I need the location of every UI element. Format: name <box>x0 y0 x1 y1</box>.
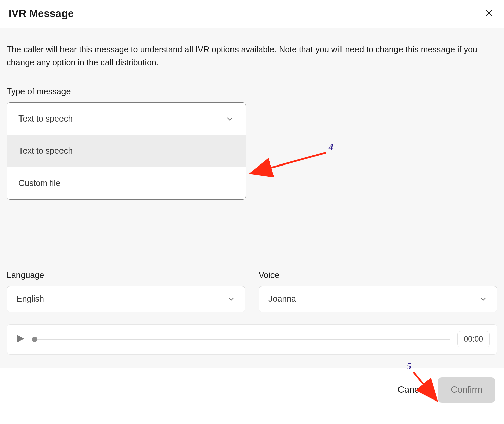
confirm-button[interactable]: Confirm <box>438 377 495 403</box>
type-option-label: Custom file <box>18 178 60 188</box>
time-display: 00:00 <box>457 331 490 347</box>
play-icon <box>14 333 26 344</box>
close-icon <box>484 8 494 18</box>
seek-track[interactable] <box>33 338 450 341</box>
seek-track-line <box>33 339 450 340</box>
voice-select[interactable]: Joanna <box>259 286 497 312</box>
language-select[interactable]: English <box>7 286 245 312</box>
cancel-button[interactable]: Cancel <box>397 385 426 395</box>
language-value: English <box>16 294 44 304</box>
type-of-message-label: Type of message <box>7 87 497 96</box>
type-option-label: Text to speech <box>18 146 73 156</box>
type-of-message-selected[interactable]: Text to speech <box>7 103 246 135</box>
close-button[interactable] <box>482 7 495 20</box>
chevron-down-icon <box>225 114 234 123</box>
voice-label: Voice <box>259 270 497 280</box>
type-option-custom-file[interactable]: Custom file <box>7 167 246 199</box>
seek-thumb[interactable] <box>32 337 37 342</box>
modal-header: IVR Message <box>0 0 504 28</box>
modal-title: IVR Message <box>9 8 74 20</box>
type-of-message-dropdown[interactable]: Text to speech Text to speech Custom fil… <box>7 102 246 200</box>
modal-footer: Cancel Confirm <box>0 368 504 412</box>
description-text: The caller will hear this message to und… <box>7 43 484 69</box>
play-button[interactable] <box>14 333 26 345</box>
type-of-message-selected-text: Text to speech <box>18 114 73 124</box>
chevron-down-icon <box>479 295 488 303</box>
modal-body: The caller will hear this message to und… <box>0 28 504 368</box>
chevron-down-icon <box>227 295 236 303</box>
language-label: Language <box>7 270 245 280</box>
audio-player: 00:00 <box>7 324 497 355</box>
voice-value: Joanna <box>268 294 296 304</box>
type-option-text-to-speech[interactable]: Text to speech <box>7 135 246 167</box>
